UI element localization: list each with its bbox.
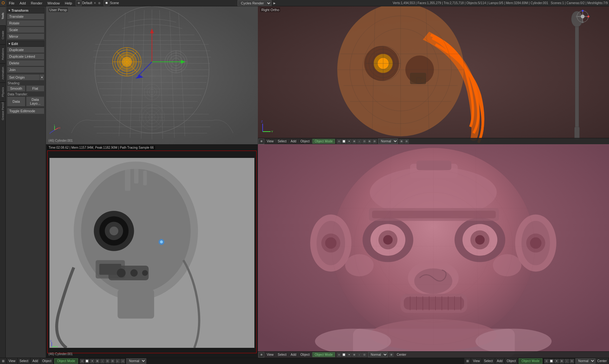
smooth-button[interactable]: Smooth <box>7 85 25 92</box>
status-mode-r-btn[interactable]: Object Mode <box>519 358 542 364</box>
scale-button[interactable]: Scale <box>7 27 44 33</box>
menu-window[interactable]: Window <box>45 1 62 6</box>
viewport-user-persp[interactable]: User Persp (46) Cylinder.001 X Y Z <box>46 6 258 144</box>
menu-file[interactable]: File <box>6 1 17 6</box>
tr-icon-8[interactable]: ⊟ <box>372 139 377 144</box>
status-right-icon-6[interactable]: ⊡ <box>570 359 574 363</box>
tr-icon-6[interactable]: ⊡ <box>362 139 367 144</box>
status-select-btn[interactable]: Select <box>18 358 31 364</box>
status-normal-dropdown[interactable]: Normal <box>126 358 146 364</box>
render-engine-select[interactable]: Cycles Render <box>238 0 272 6</box>
status-select-r-btn[interactable]: Select <box>482 358 495 364</box>
status-add-btn[interactable]: Add <box>30 358 40 364</box>
viewport-pink-model[interactable]: ⊞ View Select Add Object Object Mode ⊙ ⬜… <box>258 144 609 358</box>
tr-view-btn[interactable]: View <box>265 139 276 143</box>
duplicate-linked-button[interactable]: Duplicate Linked <box>7 53 44 60</box>
tr-icon-1[interactable]: ⊙ <box>337 139 341 144</box>
br-icon-3[interactable]: ✦ <box>347 353 351 357</box>
set-origin-button[interactable]: Set Origin <box>7 74 39 81</box>
status-center-btn[interactable]: Center <box>595 358 609 364</box>
br-normal-dropdown[interactable]: Normal <box>368 352 388 357</box>
duplicate-button[interactable]: Duplicate <box>7 47 44 53</box>
tr-object-btn[interactable]: Object <box>298 139 312 143</box>
status-right-icon-3[interactable]: ✦ <box>554 359 559 363</box>
status-right-icon-5[interactable]: ↕ <box>565 359 569 363</box>
transform-header[interactable]: Transform <box>7 8 44 13</box>
status-icon-8[interactable]: ▷ <box>115 359 120 363</box>
tr-vp-icon[interactable]: ⊞ <box>259 139 264 144</box>
status-view-r-btn[interactable]: View <box>471 358 482 364</box>
status-icon-3[interactable]: ✦ <box>90 359 95 363</box>
data-button[interactable]: Data <box>7 96 25 107</box>
tr-icon-4[interactable]: ⊞ <box>352 139 357 144</box>
tr-icon-7[interactable]: ⊞ <box>367 139 372 144</box>
viewport-render[interactable]: Time:02:08.62 | Mem:1157.94M, Peak:1182.… <box>46 144 258 358</box>
br-mode-btn[interactable]: Object Mode <box>312 352 335 357</box>
status-add-r-btn[interactable]: Add <box>495 358 505 364</box>
tr-normal-dropdown[interactable]: Normal <box>378 139 398 144</box>
tr-icon-2[interactable]: ⬜ <box>342 139 346 144</box>
status-right-icon-4[interactable]: ⊞ <box>560 359 564 363</box>
status-mode-btn[interactable]: Object Mode <box>54 358 78 364</box>
scene-icon[interactable]: 🔲 <box>104 0 109 6</box>
set-origin-arrow[interactable]: ▾ <box>39 74 44 81</box>
tab-grease-pencil[interactable]: Grease Pencil <box>0 101 6 120</box>
tr-right-icon-2[interactable]: ⊟ <box>404 139 409 144</box>
menu-help[interactable]: Help <box>62 1 75 6</box>
translate-button[interactable]: Translate <box>7 13 44 20</box>
join-button[interactable]: Join <box>7 67 44 73</box>
scene-name[interactable]: Scene <box>110 1 119 5</box>
data-layout-button[interactable]: Data Layo... <box>26 96 44 107</box>
status-tl-icon[interactable]: ⊞ <box>0 358 7 364</box>
status-view-btn[interactable]: View <box>7 358 18 364</box>
status-object-btn[interactable]: Object <box>40 358 54 364</box>
tab-physics[interactable]: Physics <box>0 82 6 101</box>
tab-relations[interactable]: Relations <box>0 44 6 63</box>
status-icon-1[interactable]: ⊙ <box>80 359 84 363</box>
menu-render[interactable]: Render <box>28 1 45 6</box>
status-icon-7[interactable]: ⊟ <box>110 359 115 363</box>
tab-tools[interactable]: Tools <box>0 6 6 25</box>
delete-button[interactable]: Delete <box>7 60 44 66</box>
status-icon-4[interactable]: ⊞ <box>95 359 100 363</box>
status-normal-r-dropdown[interactable]: Normal <box>575 358 595 364</box>
flat-button[interactable]: Flat <box>26 85 44 92</box>
status-right-icon[interactable]: ⊞ <box>464 358 471 364</box>
tr-select-btn[interactable]: Select <box>276 139 289 143</box>
br-icon-6[interactable]: ⊡ <box>362 353 367 357</box>
viewport-right-ortho[interactable]: Y Z Right Ortho (46) Cylinder.001 ⊞ View <box>258 6 609 144</box>
status-icon-5[interactable]: ↕ <box>100 359 105 363</box>
status-icon-6[interactable]: ⊡ <box>105 359 110 363</box>
br-vp-icon[interactable]: ⊞ <box>259 352 264 358</box>
br-icon-1[interactable]: ⊙ <box>337 353 341 357</box>
status-right-icon-2[interactable]: ⬜ <box>549 359 554 363</box>
status-icon-9[interactable]: ◁ <box>121 359 125 363</box>
br-object-btn[interactable]: Object <box>298 353 312 357</box>
toggle-editmode-button[interactable]: Toggle Editmode <box>7 108 44 114</box>
mirror-button[interactable]: Mirror <box>7 33 44 40</box>
menu-add[interactable]: Add <box>17 1 29 6</box>
tab-animation[interactable]: Animation <box>0 63 6 82</box>
br-icon-5[interactable]: ↕ <box>357 353 362 357</box>
br-center-icon[interactable]: ⊞ <box>389 353 394 357</box>
br-select-btn[interactable]: Select <box>276 353 289 357</box>
status-object-r-btn[interactable]: Object <box>505 358 518 364</box>
app-logo[interactable]: ⬡ <box>0 0 6 6</box>
rotate-button[interactable]: Rotate <box>7 20 44 26</box>
tr-add-btn[interactable]: Add <box>289 139 298 143</box>
layout-name[interactable]: Default <box>82 1 92 5</box>
tr-mode-btn[interactable]: Object Mode <box>312 139 335 144</box>
br-add-btn[interactable]: Add <box>289 353 298 357</box>
br-icon-2[interactable]: ⬜ <box>342 353 346 357</box>
status-icon-2[interactable]: ⬜ <box>85 359 89 363</box>
br-icon-4[interactable]: ⊞ <box>352 353 357 357</box>
br-view-btn[interactable]: View <box>265 353 276 357</box>
edit-header[interactable]: Edit <box>7 41 44 47</box>
tr-icon-3[interactable]: ✦ <box>347 139 351 144</box>
tr-icon-5[interactable]: ↕ <box>357 139 362 144</box>
screen-layout-icon[interactable]: ⊞ <box>76 0 82 6</box>
tr-right-icon-1[interactable]: ⊞ <box>399 139 404 144</box>
render-info-text: Time:02:08.62 | Mem:1157.94M, Peak:1182.… <box>47 146 155 150</box>
status-right-icon-1[interactable]: ⊙ <box>544 359 549 363</box>
tab-create[interactable]: Create <box>0 25 6 44</box>
